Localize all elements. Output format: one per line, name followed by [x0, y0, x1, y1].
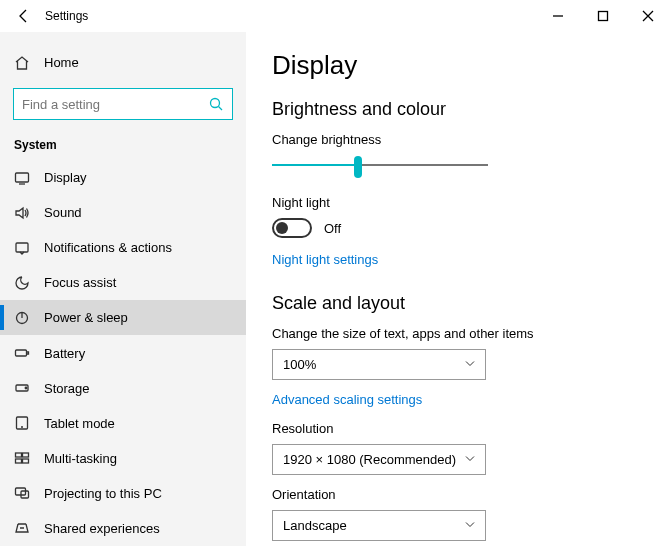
night-light-toggle-row: Off [272, 218, 644, 238]
night-light-toggle[interactable] [272, 218, 312, 238]
slider-thumb[interactable] [354, 156, 362, 178]
toggle-knob [276, 222, 288, 234]
advanced-scaling-link[interactable]: Advanced scaling settings [272, 392, 644, 407]
sidebar-item-display[interactable]: Display [0, 160, 246, 195]
scale-label: Change the size of text, apps and other … [272, 326, 644, 341]
search-box[interactable] [13, 88, 233, 120]
chevron-down-icon [464, 452, 476, 467]
sidebar-home-label: Home [44, 55, 79, 70]
page-title: Display [272, 50, 644, 81]
main-pane: Display Brightness and colour Change bri… [246, 32, 670, 546]
notifications-icon [14, 240, 30, 256]
sidebar-item-battery[interactable]: Battery [0, 335, 246, 370]
sidebar-section-system: System [0, 126, 246, 160]
sidebar-item-label: Battery [44, 346, 85, 361]
maximize-icon [595, 8, 611, 24]
minimize-button[interactable] [535, 0, 580, 32]
sidebar-item-label: Storage [44, 381, 90, 396]
back-button[interactable] [9, 0, 39, 32]
power-icon [14, 310, 30, 326]
chevron-down-icon [464, 518, 476, 533]
maximize-button[interactable] [580, 0, 625, 32]
search-icon [208, 96, 224, 112]
svg-rect-10 [23, 453, 29, 457]
close-button[interactable] [625, 0, 670, 32]
chevron-down-icon [464, 357, 476, 372]
minimize-icon [550, 8, 566, 24]
multitasking-icon [14, 450, 30, 466]
focus-assist-icon [14, 275, 30, 291]
sidebar-item-storage[interactable]: Storage [0, 371, 246, 406]
sidebar-item-projecting[interactable]: Projecting to this PC [0, 476, 246, 511]
night-light-label: Night light [272, 195, 644, 210]
night-light-settings-link[interactable]: Night light settings [272, 252, 644, 267]
svg-rect-2 [16, 173, 29, 182]
svg-rect-5 [16, 350, 27, 356]
brightness-label: Change brightness [272, 132, 644, 147]
window-title: Settings [45, 9, 88, 23]
sidebar-item-label: Power & sleep [44, 310, 128, 325]
svg-rect-11 [16, 459, 22, 463]
resolution-label: Resolution [272, 421, 644, 436]
brightness-slider[interactable] [272, 155, 488, 177]
sidebar-item-label: Sound [44, 205, 82, 220]
orientation-value: Landscape [283, 518, 347, 533]
svg-rect-3 [16, 243, 28, 252]
search-input[interactable] [22, 97, 208, 112]
section-scale: Scale and layout [272, 293, 644, 314]
window-controls [535, 0, 670, 32]
night-light-state: Off [324, 221, 341, 236]
svg-point-1 [211, 99, 220, 108]
search-wrap [0, 80, 246, 126]
battery-icon [14, 345, 30, 361]
sidebar-item-label: Display [44, 170, 87, 185]
titlebar: Settings [0, 0, 670, 32]
sidebar-item-focus-assist[interactable]: Focus assist [0, 265, 246, 300]
section-brightness: Brightness and colour [272, 99, 644, 120]
sound-icon [14, 205, 30, 221]
sidebar: Home System Display Sound Notifications … [0, 32, 246, 546]
home-icon [14, 55, 30, 71]
sidebar-item-notifications[interactable]: Notifications & actions [0, 230, 246, 265]
arrow-left-icon [16, 8, 32, 24]
slider-fill [272, 164, 358, 166]
shared-experiences-icon [14, 520, 30, 536]
sidebar-item-label: Projecting to this PC [44, 486, 162, 501]
sidebar-item-label: Focus assist [44, 275, 116, 290]
scale-value: 100% [283, 357, 316, 372]
sidebar-item-sound[interactable]: Sound [0, 195, 246, 230]
sidebar-item-label: Notifications & actions [44, 240, 172, 255]
svg-point-7 [25, 387, 27, 389]
sidebar-item-tablet-mode[interactable]: Tablet mode [0, 406, 246, 441]
resolution-select[interactable]: 1920 × 1080 (Recommended) [272, 444, 486, 475]
scale-select[interactable]: 100% [272, 349, 486, 380]
storage-icon [14, 380, 30, 396]
sidebar-item-label: Shared experiences [44, 521, 160, 536]
resolution-value: 1920 × 1080 (Recommended) [283, 452, 456, 467]
orientation-label: Orientation [272, 487, 644, 502]
svg-rect-9 [16, 453, 22, 457]
close-icon [640, 8, 656, 24]
sidebar-item-power-sleep[interactable]: Power & sleep [0, 300, 246, 335]
display-icon [14, 170, 30, 186]
orientation-select[interactable]: Landscape [272, 510, 486, 541]
sidebar-item-multitasking[interactable]: Multi-tasking [0, 441, 246, 476]
svg-rect-12 [23, 459, 29, 463]
projecting-icon [14, 485, 30, 501]
svg-rect-0 [598, 12, 607, 21]
sidebar-item-shared-experiences[interactable]: Shared experiences [0, 511, 246, 546]
sidebar-home[interactable]: Home [0, 45, 246, 80]
sidebar-item-label: Multi-tasking [44, 451, 117, 466]
tablet-icon [14, 415, 30, 431]
sidebar-item-label: Tablet mode [44, 416, 115, 431]
